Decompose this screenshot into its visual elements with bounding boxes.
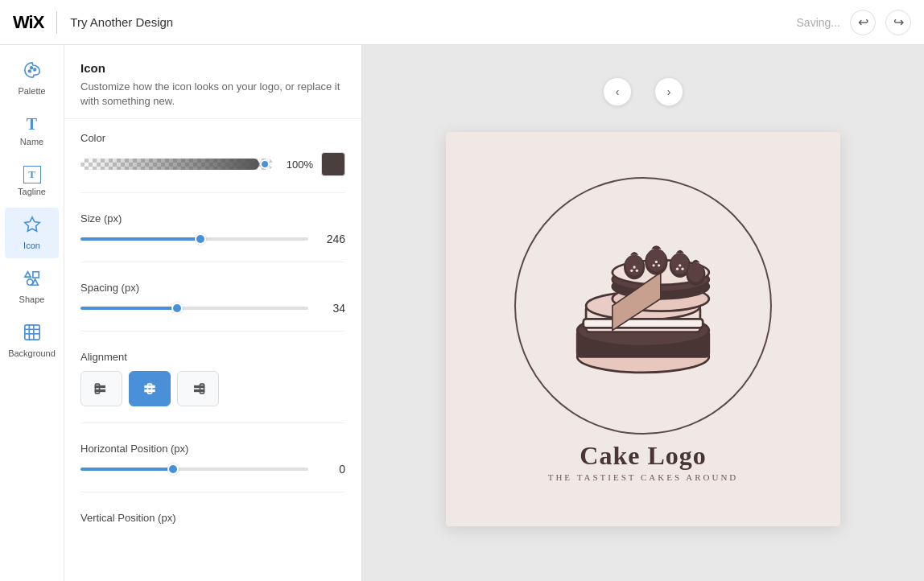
svg-rect-15: [145, 386, 155, 388]
tagline-icon: T: [23, 166, 41, 183]
size-slider-track[interactable]: [80, 237, 308, 241]
horizontal-position-value: 0: [316, 463, 345, 476]
svg-point-44: [679, 264, 681, 266]
header-right: Saving... ↩ ↪: [797, 10, 911, 35]
spacing-slider-track[interactable]: [80, 307, 308, 310]
size-slider-row: 246: [80, 233, 345, 245]
background-icon: [23, 323, 41, 345]
color-slider-thumb[interactable]: [260, 159, 270, 169]
main-body: Palette T Name T Tagline Icon: [0, 45, 924, 581]
svg-point-43: [652, 264, 654, 266]
svg-point-45: [681, 267, 683, 270]
undo-button[interactable]: ↩: [850, 10, 876, 35]
horizontal-position-section: Horizontal Position (px) 0: [80, 443, 345, 492]
spacing-slider-row: 34: [80, 302, 345, 315]
sidebar-item-shape[interactable]: Shape: [5, 262, 59, 312]
next-nav-button[interactable]: ›: [654, 77, 683, 106]
vertical-position-section: Vertical Position (px): [80, 512, 345, 548]
svg-rect-12: [96, 386, 105, 388]
svg-point-42: [658, 264, 660, 266]
logo-text-block: Cake Logo The Tastiest Cakes Around: [548, 441, 739, 482]
color-slider-track[interactable]: [80, 159, 273, 170]
svg-rect-4: [32, 272, 38, 278]
wix-logo: WiX: [13, 12, 43, 33]
color-label: Color: [80, 132, 345, 144]
color-section: Color 100%: [80, 132, 345, 193]
color-row: 100%: [80, 152, 345, 176]
logo-preview-card: Cake Logo The Tastiest Cakes Around: [446, 132, 840, 526]
canvas-area: ‹ ›: [362, 45, 924, 581]
logo-main-text: Cake Logo: [548, 441, 739, 471]
svg-rect-25: [584, 319, 703, 328]
size-slider-thumb[interactable]: [195, 233, 206, 245]
logo-circle: [514, 177, 772, 435]
svg-point-33: [646, 249, 666, 271]
name-icon: T: [27, 115, 37, 134]
align-center-button[interactable]: [129, 371, 171, 406]
spacing-label: Spacing (px): [80, 282, 345, 294]
panel-content: Color 100% Size (px): [64, 119, 361, 581]
sidebar-tagline-label: Tagline: [18, 187, 46, 196]
left-sidebar: Palette T Name T Tagline Icon: [0, 45, 64, 581]
align-right-button[interactable]: [177, 371, 219, 406]
svg-point-46: [676, 267, 679, 270]
sidebar-item-icon[interactable]: Icon: [5, 208, 59, 258]
alignment-row: [80, 371, 345, 406]
horizontal-slider-row: 0: [80, 463, 345, 476]
horizontal-slider-fill: [80, 468, 171, 471]
size-slider-fill: [80, 237, 199, 241]
redo-button[interactable]: ↪: [885, 10, 911, 35]
header-divider: [56, 11, 57, 34]
alignment-label: Alignment: [80, 351, 345, 363]
size-label: Size (px): [80, 212, 345, 225]
svg-rect-19: [195, 390, 204, 392]
logo-circle-container: [514, 177, 772, 435]
horizontal-slider-thumb[interactable]: [167, 464, 179, 475]
svg-rect-18: [195, 386, 204, 388]
spacing-slider-fill: [80, 307, 176, 310]
svg-point-0: [28, 70, 31, 72]
panel-description: Customize how the icon looks on your log…: [80, 80, 345, 109]
sidebar-item-background[interactable]: Background: [5, 315, 59, 366]
panel-header: Icon Customize how the icon looks on you…: [64, 45, 361, 119]
shape-icon: [23, 270, 41, 291]
prev-nav-button[interactable]: ‹: [603, 77, 632, 106]
logo-sub-text: The Tastiest Cakes Around: [548, 472, 739, 482]
svg-marker-3: [24, 217, 39, 231]
svg-point-41: [655, 260, 658, 262]
vertical-position-label: Vertical Position (px): [80, 512, 345, 524]
color-slider-fill: [80, 159, 259, 170]
svg-point-38: [633, 266, 635, 268]
svg-point-40: [630, 269, 633, 271]
icon-star-icon: [23, 216, 41, 237]
sidebar-icon-label: Icon: [23, 241, 40, 250]
sidebar-item-palette[interactable]: Palette: [5, 53, 59, 104]
sidebar-item-tagline[interactable]: T Tagline: [5, 158, 59, 204]
svg-rect-13: [96, 390, 105, 392]
svg-rect-16: [145, 390, 155, 392]
horizontal-slider-track[interactable]: [80, 468, 308, 471]
spacing-section: Spacing (px) 34: [80, 282, 345, 332]
spacing-slider-thumb[interactable]: [171, 303, 183, 314]
svg-point-1: [30, 67, 32, 69]
sidebar-shape-label: Shape: [19, 295, 45, 304]
sidebar-item-name[interactable]: T Name: [5, 107, 59, 155]
alignment-section: Alignment: [80, 351, 345, 423]
horizontal-position-label: Horizontal Position (px): [80, 443, 345, 455]
svg-point-35: [671, 253, 689, 274]
svg-rect-6: [24, 325, 39, 340]
size-section: Size (px) 246: [80, 212, 345, 262]
panel: Icon Customize how the icon looks on you…: [64, 45, 362, 581]
color-swatch[interactable]: [321, 152, 345, 176]
svg-point-39: [636, 269, 638, 271]
panel-title: Icon: [80, 61, 345, 75]
size-value: 246: [316, 233, 345, 245]
saving-status: Saving...: [797, 16, 840, 29]
header-title: Try Another Design: [70, 15, 173, 29]
sidebar-background-label: Background: [8, 348, 56, 358]
align-left-button[interactable]: [80, 371, 122, 406]
palette-icon: [23, 61, 41, 83]
sidebar-palette-label: Palette: [18, 86, 45, 96]
spacing-value: 34: [316, 302, 345, 315]
svg-point-2: [33, 68, 35, 71]
